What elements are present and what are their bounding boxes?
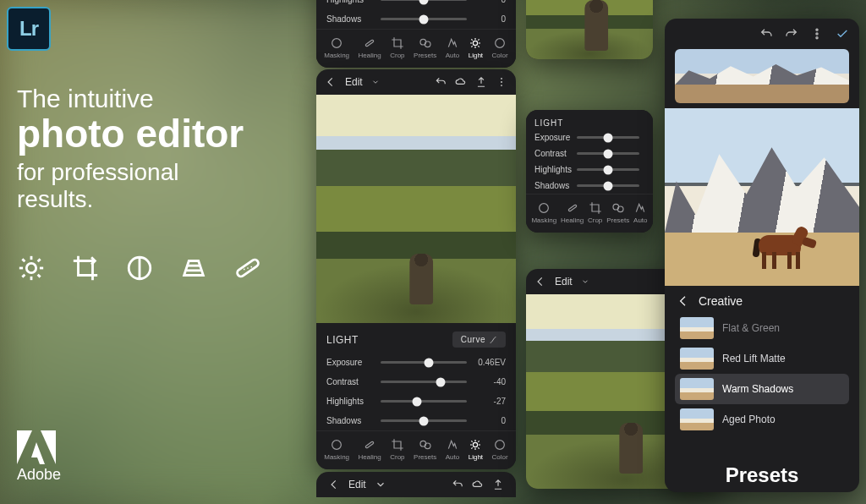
share-icon[interactable] xyxy=(475,76,487,88)
chevron-down-icon[interactable] xyxy=(375,479,386,490)
undo-icon[interactable] xyxy=(435,76,447,88)
slider-contrast[interactable]: Contrast xyxy=(526,145,653,162)
phone-card-photo-small xyxy=(526,0,653,59)
adobe-wordmark: Adobe xyxy=(17,466,61,484)
tool-auto[interactable]: Auto xyxy=(633,201,647,224)
more-icon[interactable] xyxy=(496,76,507,88)
svg-point-14 xyxy=(247,267,249,269)
back-icon[interactable] xyxy=(325,76,337,88)
share-icon[interactable] xyxy=(492,479,504,490)
cloud-icon[interactable] xyxy=(455,76,467,88)
svg-line-5 xyxy=(22,259,25,261)
preset-item-selected[interactable]: Warm Shadows xyxy=(675,374,849,404)
slider-shadows[interactable]: Shadows xyxy=(526,178,653,194)
slider-contrast[interactable]: Contrast -40 xyxy=(316,372,516,392)
editor-title: Edit xyxy=(345,76,363,88)
tool-healing[interactable]: Healing xyxy=(359,438,381,461)
confirm-icon[interactable] xyxy=(836,27,849,41)
headline-line: The intuitive xyxy=(17,85,244,113)
svg-rect-32 xyxy=(567,205,576,211)
preset-item[interactable]: Red Lift Matte xyxy=(675,343,849,374)
bottom-toolbar: Masking Healing Crop Presets Auto Light … xyxy=(316,29,516,68)
svg-point-21 xyxy=(496,39,505,48)
svg-point-40 xyxy=(816,37,818,39)
tool-crop[interactable]: Crop xyxy=(588,201,602,224)
svg-point-30 xyxy=(496,441,505,450)
phone-card-mini-light: LIGHT Exposure Contrast Highlights Shado… xyxy=(526,110,653,233)
preset-item[interactable]: Flat & Green xyxy=(675,313,849,343)
tool-masking[interactable]: Masking xyxy=(531,201,556,224)
preset-thumbnail-preview[interactable] xyxy=(675,49,849,103)
light-icon xyxy=(17,254,46,282)
bottom-toolbar-mini: Masking Healing Crop Presets Auto xyxy=(526,194,653,233)
preset-main-photo[interactable] xyxy=(665,108,859,286)
phone-card-top-panel: Highlights 0 Shadows 0 Masking Healing C… xyxy=(316,0,516,68)
headline-line: for professional xyxy=(17,159,244,186)
svg-point-19 xyxy=(425,41,430,47)
slider-shadows[interactable]: Shadows 0 xyxy=(316,9,516,29)
tool-auto[interactable]: Auto xyxy=(446,36,459,59)
tool-crop[interactable]: Crop xyxy=(390,438,404,461)
light-panel-title: LIGHT xyxy=(526,115,653,129)
geometry-icon xyxy=(179,254,208,282)
svg-point-23 xyxy=(501,81,502,83)
cloud-icon[interactable] xyxy=(472,479,484,490)
svg-line-8 xyxy=(38,259,41,261)
preset-item[interactable]: Aged Photo xyxy=(675,404,849,435)
preset-list: Flat & Green Red Lift Matte Warm Shadows… xyxy=(665,313,859,435)
preset-category-header[interactable]: Creative xyxy=(665,286,859,313)
back-arrow-icon[interactable] xyxy=(677,294,690,308)
headline-line: results. xyxy=(17,186,244,213)
svg-point-22 xyxy=(501,78,502,79)
horse-illustration xyxy=(750,223,816,271)
lightroom-logo: Lr xyxy=(7,7,51,51)
slider-highlights[interactable]: Highlights xyxy=(526,162,653,178)
curve-button[interactable]: Curve xyxy=(452,331,506,348)
presets-footer-label: Presets xyxy=(726,463,799,487)
tool-masking[interactable]: Masking xyxy=(324,438,349,461)
tool-presets[interactable]: Presets xyxy=(414,438,436,461)
tool-color[interactable]: Color xyxy=(492,36,508,59)
lens-icon xyxy=(125,254,154,282)
back-icon[interactable] xyxy=(328,479,340,490)
tool-presets[interactable]: Presets xyxy=(606,201,629,224)
tool-healing[interactable]: Healing xyxy=(561,201,584,224)
svg-point-28 xyxy=(425,443,430,449)
svg-rect-17 xyxy=(365,40,374,47)
tool-crop[interactable]: Crop xyxy=(390,36,404,59)
chevron-down-icon[interactable] xyxy=(581,277,589,286)
svg-point-0 xyxy=(26,263,36,272)
slider-highlights[interactable]: Highlights 0 xyxy=(316,0,516,9)
editor-photo[interactable] xyxy=(316,95,516,323)
slider-highlights[interactable]: Highlights -27 xyxy=(316,392,516,411)
undo-icon[interactable] xyxy=(759,27,773,41)
svg-point-13 xyxy=(244,269,245,271)
svg-point-31 xyxy=(540,204,549,213)
svg-point-34 xyxy=(617,206,623,212)
tool-presets[interactable]: Presets xyxy=(414,36,436,59)
tool-color[interactable]: Color xyxy=(492,438,508,461)
svg-point-39 xyxy=(816,33,818,35)
more-icon[interactable] xyxy=(810,27,824,41)
slider-exposure[interactable]: Exposure xyxy=(526,129,653,145)
svg-point-20 xyxy=(474,41,478,45)
tool-auto[interactable]: Auto xyxy=(446,438,459,461)
svg-line-7 xyxy=(22,275,25,277)
redo-icon[interactable] xyxy=(785,27,798,41)
tool-light[interactable]: Light xyxy=(469,438,483,461)
back-icon[interactable] xyxy=(534,276,546,288)
crop-icon xyxy=(71,254,100,282)
phone-card-main-editor: Edit LIGHT Curve Exposure 0.46EV Contras… xyxy=(316,69,516,469)
light-panel-title: LIGHT xyxy=(326,334,359,346)
tool-healing[interactable]: Healing xyxy=(359,36,381,59)
slider-shadows[interactable]: Shadows 0 xyxy=(316,411,516,430)
tool-light[interactable]: Light xyxy=(469,36,483,59)
lightroom-logo-text: Lr xyxy=(19,17,38,41)
undo-icon[interactable] xyxy=(452,479,463,490)
preset-category-label: Creative xyxy=(699,294,743,308)
chevron-down-icon[interactable] xyxy=(371,78,380,86)
svg-line-6 xyxy=(38,275,41,277)
slider-exposure[interactable]: Exposure 0.46EV xyxy=(316,353,516,372)
adobe-logo: Adobe xyxy=(17,430,61,484)
tool-masking[interactable]: Masking xyxy=(324,36,349,59)
